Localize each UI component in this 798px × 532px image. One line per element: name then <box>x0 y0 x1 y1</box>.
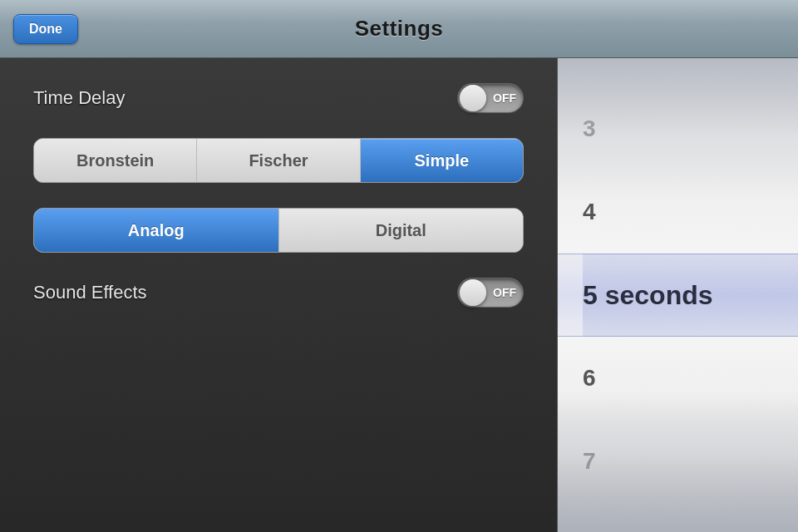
time-delay-row: Time Delay OFF <box>33 83 524 113</box>
picker-item-4[interactable]: 4 <box>583 170 798 254</box>
toggle-knob <box>460 85 486 111</box>
seg-fischer[interactable]: Fischer <box>197 139 360 182</box>
picker-item-6[interactable]: 6 <box>583 337 798 420</box>
page-title: Settings <box>355 16 444 42</box>
time-delay-label: Time Delay <box>33 87 125 109</box>
picker-items-container: 3 4 5 seconds 6 7 <box>558 58 798 532</box>
clock-face-segmented: Analog Digital <box>33 208 524 253</box>
seg-simple[interactable]: Simple <box>361 139 523 182</box>
settings-panel: Time Delay OFF Bronstein Fischer Simple … <box>0 58 557 532</box>
picker-item-3[interactable]: 3 <box>583 87 798 170</box>
sound-toggle-knob <box>460 279 486 306</box>
sound-effects-row: Sound Effects OFF <box>33 278 524 308</box>
time-delay-toggle-label: OFF <box>493 91 516 105</box>
sound-effects-toggle-label: OFF <box>493 286 516 299</box>
done-button[interactable]: Done <box>13 14 78 44</box>
seg-digital[interactable]: Digital <box>279 209 524 252</box>
clock-type-segmented: Bronstein Fischer Simple <box>33 138 524 183</box>
sound-effects-label: Sound Effects <box>33 282 147 303</box>
picker-item-7[interactable]: 7 <box>583 420 798 503</box>
picker-item-5-seconds[interactable]: 5 seconds <box>583 254 798 337</box>
sound-effects-toggle[interactable]: OFF <box>457 278 524 308</box>
settings-header: Done Settings <box>0 0 798 58</box>
main-content: Time Delay OFF Bronstein Fischer Simple … <box>0 58 798 532</box>
time-delay-toggle[interactable]: OFF <box>457 83 524 113</box>
time-picker[interactable]: 3 4 5 seconds 6 7 <box>557 58 798 532</box>
seg-analog[interactable]: Analog <box>34 209 279 252</box>
seg-bronstein[interactable]: Bronstein <box>34 139 197 182</box>
